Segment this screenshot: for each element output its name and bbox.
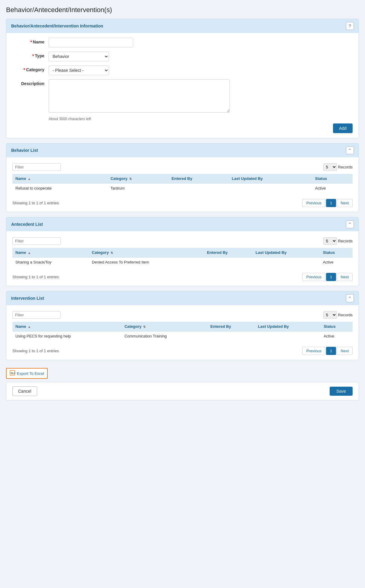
behavior-pagination: Previous 1 Next — [302, 199, 353, 207]
behavior-showing-info: Showing 1 to 1 of 1 entries — [12, 201, 59, 205]
intervention-records-select[interactable]: 5 10 25 — [323, 311, 337, 319]
add-button[interactable]: Add — [333, 123, 353, 133]
behavior-table-head: Name ▲ Category ⇅ Entered By Last Update… — [12, 174, 353, 184]
antecedent-row-last-updated — [253, 257, 320, 267]
intervention-col-status: Status — [321, 322, 353, 331]
intervention-list-toolbar: 5 10 25 Records — [12, 311, 353, 319]
category-required-star: * — [24, 67, 25, 72]
behavior-list-toolbar: 5 10 25 Records — [12, 163, 353, 171]
intervention-col-entered-by: Entered By — [207, 322, 255, 331]
intervention-row-last-updated — [255, 331, 321, 341]
intervention-category-sort-icon[interactable]: ⇅ — [143, 325, 146, 328]
intervention-name-sort-icon[interactable]: ▲ — [28, 325, 31, 328]
behavior-page-1-button[interactable]: 1 — [326, 199, 336, 207]
form-help-button[interactable]: ? — [346, 22, 354, 30]
export-to-excel-button[interactable]: XLS Export To Excel — [6, 368, 48, 379]
antecedent-records-label: Records — [338, 239, 353, 243]
behavior-name-sort-icon[interactable]: ▲ — [28, 177, 31, 181]
behavior-row-status: Active — [312, 184, 353, 193]
name-input[interactable] — [49, 38, 133, 47]
save-button[interactable]: Save — [330, 387, 353, 396]
antecedent-pagination: Previous 1 Next — [302, 273, 353, 281]
table-row: Using PECS for requesting help Communica… — [12, 331, 353, 341]
antecedent-showing-info: Showing 1 to 1 of 1 entries — [12, 275, 59, 279]
antecedent-table-head: Name ▲ Category ⇅ Entered By Last Update… — [12, 248, 353, 257]
intervention-row-entered-by — [207, 331, 255, 341]
page-title: Behavior/Antecedent/Intervention(s) — [6, 6, 359, 14]
intervention-table-header-row: Name ▲ Category ⇅ Entered By Last Update… — [12, 322, 353, 331]
name-required-star: * — [30, 40, 32, 44]
intervention-filter-input[interactable] — [12, 311, 61, 319]
antecedent-list-card: Antecedent List ⌃ 5 10 25 Records Name ▲… — [6, 217, 359, 286]
svg-text:XLS: XLS — [11, 372, 15, 375]
antecedent-list-toolbar: 5 10 25 Records — [12, 237, 353, 245]
antecedent-col-name: Name ▲ — [12, 248, 89, 257]
behavior-list-header: Behavior List ⌃ — [6, 143, 359, 157]
antecedent-list-header: Antecedent List ⌃ — [6, 217, 359, 231]
form-footer: Add — [12, 121, 353, 133]
intervention-col-category: Category ⇅ — [121, 322, 207, 331]
type-required-star: * — [32, 53, 34, 58]
antecedent-row-status: Active — [320, 257, 353, 267]
behavior-table-header-row: Name ▲ Category ⇅ Entered By Last Update… — [12, 174, 353, 184]
behavior-col-entered-by: Entered By — [168, 174, 229, 184]
intervention-list-collapse-button[interactable]: ⌃ — [346, 294, 354, 302]
intervention-list-title: Intervention List — [11, 296, 44, 301]
behavior-row-category: Tantrum — [107, 184, 168, 193]
antecedent-table-header-row: Name ▲ Category ⇅ Entered By Last Update… — [12, 248, 353, 257]
intervention-table-body: Using PECS for requesting help Communica… — [12, 331, 353, 341]
form-card: Behavior/Antecedent/Intervention Informa… — [6, 19, 359, 138]
behavior-records-right: 5 10 25 Records — [323, 163, 353, 171]
antecedent-next-button[interactable]: Next — [337, 273, 353, 281]
antecedent-name-sort-icon[interactable]: ▲ — [28, 251, 31, 254]
category-select[interactable]: - Please Select - — [49, 66, 109, 75]
description-row: Description — [12, 79, 353, 113]
antecedent-category-sort-icon[interactable]: ⇅ — [110, 251, 113, 254]
behavior-next-button[interactable]: Next — [337, 199, 353, 207]
intervention-pagination: Previous 1 Next — [302, 347, 353, 355]
antecedent-prev-button[interactable]: Previous — [302, 273, 325, 281]
antecedent-table-body: Sharing a Snack/Toy Denied Access To Pre… — [12, 257, 353, 267]
behavior-col-status: Status — [312, 174, 353, 184]
intervention-list-header: Intervention List ⌃ — [6, 291, 359, 305]
intervention-next-button[interactable]: Next — [337, 347, 353, 355]
intervention-row-category: Communication Training — [121, 331, 207, 341]
behavior-category-sort-icon[interactable]: ⇅ — [129, 177, 132, 181]
antecedent-records-select[interactable]: 5 10 25 — [323, 237, 337, 245]
category-label: *Category — [12, 66, 49, 72]
intervention-list-body: 5 10 25 Records Name ▲ Category ⇅ Entere… — [6, 305, 359, 360]
intervention-col-last-updated: Last Updated By — [255, 322, 321, 331]
antecedent-col-entered-by: Entered By — [204, 248, 252, 257]
intervention-prev-button[interactable]: Previous — [302, 347, 325, 355]
antecedent-list-collapse-button[interactable]: ⌃ — [346, 220, 354, 228]
behavior-row-last-updated — [229, 184, 312, 193]
intervention-row-status: Active — [321, 331, 353, 341]
type-select[interactable]: Behavior Antecedent Intervention — [49, 52, 109, 61]
intervention-records-right: 5 10 25 Records — [323, 311, 353, 319]
behavior-list-body: 5 10 25 Records Name ▲ Category ⇅ Entere… — [6, 157, 359, 212]
behavior-col-name: Name ▲ — [12, 174, 107, 184]
antecedent-filter-input[interactable] — [12, 237, 61, 245]
type-row: *Type Behavior Antecedent Intervention — [12, 52, 353, 61]
intervention-table: Name ▲ Category ⇅ Entered By Last Update… — [12, 322, 353, 341]
behavior-col-last-updated: Last Updated By — [229, 174, 312, 184]
intervention-page-1-button[interactable]: 1 — [326, 347, 336, 355]
export-label: Export To Excel — [17, 371, 44, 376]
cancel-button[interactable]: Cancel — [12, 386, 37, 396]
behavior-filter-input[interactable] — [12, 163, 61, 171]
antecedent-table: Name ▲ Category ⇅ Entered By Last Update… — [12, 248, 353, 267]
antecedent-row-category: Denied Access To Preferred Item — [89, 257, 204, 267]
export-excel-icon: XLS — [10, 370, 15, 377]
behavior-records-select[interactable]: 5 10 25 — [323, 163, 337, 171]
table-row: Sharing a Snack/Toy Denied Access To Pre… — [12, 257, 353, 267]
behavior-table-body: Refusal to cooperate Tantrum Active — [12, 184, 353, 193]
behavior-list-collapse-button[interactable]: ⌃ — [346, 146, 354, 154]
behavior-list-card: Behavior List ⌃ 5 10 25 Records Name ▲ C… — [6, 143, 359, 212]
export-section: XLS Export To Excel — [6, 365, 359, 382]
description-textarea[interactable] — [49, 79, 230, 113]
behavior-row-entered-by — [168, 184, 229, 193]
behavior-prev-button[interactable]: Previous — [302, 199, 325, 207]
name-label: *Name — [12, 38, 49, 44]
behavior-records-label: Records — [338, 165, 353, 169]
antecedent-page-1-button[interactable]: 1 — [326, 273, 336, 281]
